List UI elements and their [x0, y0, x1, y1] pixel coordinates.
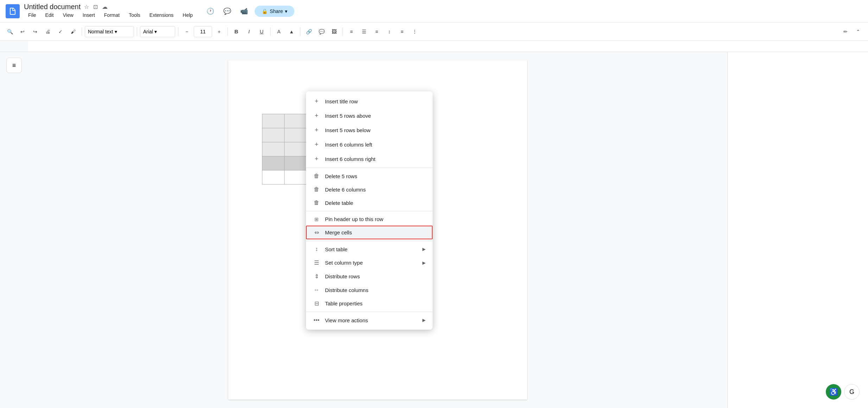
table-cell[interactable] [285, 156, 307, 170]
menu-label-merge-cells: Merge cells [325, 229, 426, 235]
comments-icon[interactable]: 💬 [221, 5, 234, 18]
increase-font-button[interactable]: + [213, 26, 225, 37]
menu-insert[interactable]: Insert [78, 11, 99, 19]
menu-item-insert-5-rows-below[interactable]: + Insert 5 rows below [306, 123, 433, 137]
separator-7 [343, 27, 343, 36]
table-cell[interactable] [262, 170, 285, 184]
bold-button[interactable]: B [231, 26, 242, 37]
menu-item-table-properties[interactable]: ⊟ Table properties [306, 297, 433, 310]
underline-button[interactable]: U [256, 26, 267, 37]
menu-item-view-more-actions[interactable]: ••• View more actions ▶ [306, 313, 433, 327]
accessibility-button[interactable]: ♿ [826, 384, 841, 400]
table-cell[interactable] [285, 142, 307, 156]
arrow-icon: ▶ [422, 318, 426, 323]
italic-button[interactable]: I [243, 26, 255, 37]
star-icon[interactable]: ☆ [83, 3, 90, 11]
table-cell[interactable] [285, 128, 307, 142]
separator-4 [228, 27, 228, 36]
divider-3 [306, 241, 433, 241]
menu-item-insert-5-rows-above[interactable]: + Insert 5 rows above [306, 109, 433, 123]
spellcheck-button[interactable]: ✓ [55, 26, 66, 37]
table-cell[interactable] [285, 170, 307, 184]
menu-extensions[interactable]: Extensions [145, 11, 178, 19]
font-size-input[interactable]: 11 [194, 26, 212, 37]
distribute-columns-icon: ↔ [313, 287, 320, 293]
menu-view[interactable]: View [59, 11, 78, 19]
main-content: ≡ [0, 52, 868, 408]
folder-icon[interactable]: ⊡ [92, 3, 98, 11]
table-cell[interactable] [262, 114, 285, 128]
menu-label-delete-5-rows: Delete 5 rows [325, 173, 426, 179]
table-icon: ⊟ [313, 300, 320, 307]
align-right-button[interactable]: ≡ [371, 26, 382, 37]
align-center-button[interactable]: ☰ [358, 26, 370, 37]
menu-item-distribute-columns[interactable]: ↔ Distribute columns [306, 283, 433, 297]
paint-format-button[interactable]: 🖌 [68, 26, 79, 37]
menu-item-delete-5-rows[interactable]: 🗑 Delete 5 rows [306, 169, 433, 183]
menu-edit[interactable]: Edit [41, 11, 58, 19]
share-button[interactable]: 🔒 Share ▾ [255, 6, 294, 17]
table-cell[interactable] [262, 156, 285, 170]
menu-label-distribute-columns: Distribute columns [325, 287, 426, 293]
plus-icon: + [313, 98, 320, 105]
menu-item-sort-table[interactable]: ↕ Sort table ▶ [306, 242, 433, 256]
editing-mode-button[interactable]: ✏ [840, 26, 851, 37]
sort-icon: ↕ [313, 246, 320, 252]
app-icon[interactable] [6, 4, 20, 18]
table-cell[interactable] [262, 142, 285, 156]
link-button[interactable]: 🔗 [303, 26, 314, 37]
history-icon[interactable]: 🕐 [204, 5, 217, 18]
menu-file[interactable]: File [24, 11, 40, 19]
doc-title[interactable]: Untitled document [24, 3, 81, 11]
redo-button[interactable]: ↪ [30, 26, 41, 37]
highlight-button[interactable]: ▲ [286, 26, 297, 37]
collapse-button[interactable]: ⌃ [853, 26, 864, 37]
table-cell[interactable] [262, 128, 285, 142]
pin-icon: ⊞ [313, 216, 320, 222]
menu-help[interactable]: Help [178, 11, 197, 19]
gemini-button[interactable]: G [844, 384, 860, 400]
menu-label-table-properties: Table properties [325, 300, 426, 306]
font-style-label: Normal text [88, 29, 113, 34]
comment-button[interactable]: 💬 [316, 26, 327, 37]
menu-item-distribute-rows[interactable]: ⇕ Distribute rows [306, 270, 433, 283]
divider-2 [306, 211, 433, 211]
table-cell[interactable] [285, 114, 307, 128]
image-button[interactable]: 🖼 [328, 26, 340, 37]
menu-item-insert-title-row[interactable]: + Insert title row [306, 94, 433, 109]
menu-label-pin-header: Pin header up to this row [325, 216, 426, 222]
menu-item-merge-cells[interactable]: ⇔ Merge cells [306, 226, 433, 239]
line-spacing-button[interactable]: ↕ [384, 26, 395, 37]
cloud-icon[interactable]: ☁ [101, 3, 108, 11]
plus-icon: + [313, 112, 320, 119]
menu-item-set-column-type[interactable]: ☰ Set column type ▶ [306, 256, 433, 270]
search-button[interactable]: 🔍 [4, 26, 15, 37]
print-button[interactable]: 🖨 [42, 26, 53, 37]
outline-button[interactable]: ≡ [6, 58, 22, 73]
menu-item-delete-6-columns[interactable]: 🗑 Delete 6 columns [306, 183, 433, 196]
menu-bar: File Edit View Insert Format Tools Exten… [24, 11, 197, 19]
text-color-button[interactable]: A [273, 26, 285, 37]
menu-tools[interactable]: Tools [125, 11, 145, 19]
menu-item-pin-header[interactable]: ⊞ Pin header up to this row [306, 213, 433, 226]
undo-button[interactable]: ↩ [17, 26, 28, 37]
menu-item-delete-table[interactable]: 🗑 Delete table [306, 196, 433, 209]
left-sidebar: ≡ [0, 52, 28, 408]
menu-item-insert-6-columns-left[interactable]: + Insert 6 columns left [306, 137, 433, 152]
more-icon: ••• [313, 317, 320, 323]
font-family-chevron: ▾ [154, 29, 157, 34]
video-icon[interactable]: 📹 [238, 5, 250, 18]
title-bar: Untitled document ☆ ⊡ ☁ File Edit View I… [0, 0, 868, 22]
menu-item-insert-6-columns-right[interactable]: + Insert 6 columns right [306, 152, 433, 166]
menu-format[interactable]: Format [100, 11, 124, 19]
menu-label-insert-5-rows-below: Insert 5 rows below [325, 127, 426, 133]
more-options-button[interactable]: ⋮ [409, 26, 420, 37]
plus-icon: + [313, 127, 320, 134]
font-family-select[interactable]: Arial ▾ [140, 26, 175, 37]
decrease-font-button[interactable]: − [181, 26, 192, 37]
align-left-button[interactable]: ≡ [346, 26, 357, 37]
right-panel [727, 52, 868, 408]
font-style-chevron: ▾ [115, 29, 117, 34]
list-button[interactable]: ≡ [396, 26, 408, 37]
font-style-select[interactable]: Normal text ▾ [85, 26, 134, 37]
